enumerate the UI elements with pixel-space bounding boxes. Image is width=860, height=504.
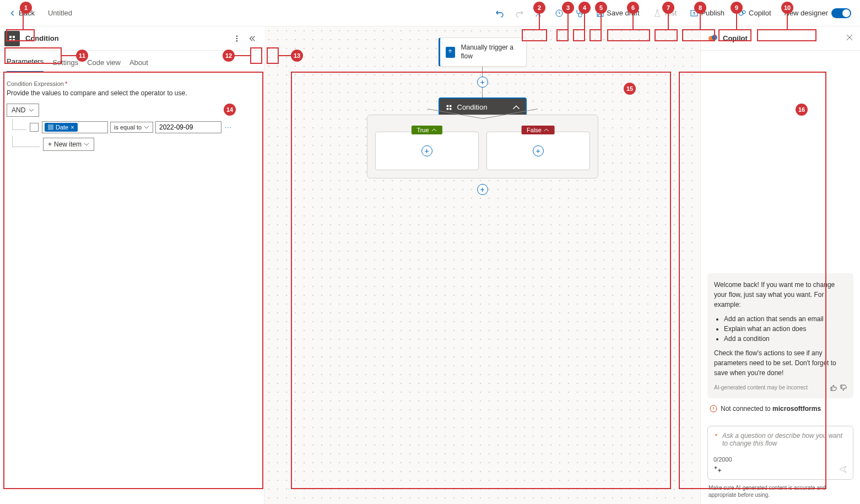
trigger-icon (446, 47, 456, 58)
thumbs-up-icon[interactable] (830, 384, 837, 391)
annotation-marker: 4 (578, 2, 591, 14)
add-false-action-button[interactable]: + (533, 145, 544, 156)
collapse-panel-button[interactable] (245, 31, 260, 46)
new-item-label: New item (54, 140, 82, 148)
annotation-marker: 5 (595, 2, 607, 14)
left-operand-input[interactable]: Date× (42, 121, 108, 133)
step-name: Condition (25, 34, 59, 42)
annotation-marker: 13 (291, 50, 303, 62)
tab-code-view[interactable]: Code view (87, 53, 121, 72)
copilot-body: Welcome back! If you want me to change y… (701, 51, 860, 426)
annotation-marker: 11 (76, 50, 88, 62)
plus-icon: + (48, 140, 52, 148)
chevron-down-icon (84, 142, 89, 147)
trigger-node[interactable]: Manually trigger a flow (439, 37, 527, 67)
annotation-marker: 3 (562, 2, 574, 14)
add-step-button[interactable]: + (477, 77, 488, 88)
trigger-label: Manually trigger a flow (461, 44, 520, 61)
annotation-marker: 10 (781, 2, 793, 14)
remove-token-icon[interactable]: × (71, 124, 74, 131)
tab-parameters[interactable]: Parameters (7, 52, 44, 72)
thumbs-down-icon[interactable] (840, 384, 847, 391)
annotation-marker: 7 (662, 2, 674, 14)
new-item-button[interactable]: + New item (43, 138, 94, 151)
chevron-down-icon (144, 124, 149, 130)
chevron-up-icon[interactable] (512, 104, 520, 111)
copilot-close-button[interactable] (846, 34, 853, 43)
undo-button[interactable] (492, 6, 507, 21)
warning-icon (710, 405, 717, 413)
condition-icon (445, 104, 453, 111)
copilot-example-item: Add an action that sends an email (724, 314, 847, 324)
annotation-marker: 14 (224, 104, 236, 116)
copilot-logo-icon (707, 33, 718, 44)
condition-expression-description: Provide the values to compare and select… (7, 89, 257, 97)
right-operand-input[interactable] (155, 121, 221, 133)
arrow-left-icon (9, 9, 17, 17)
copilot-input-box[interactable]: Ask a question or describe how you want … (707, 426, 853, 480)
annotation-marker: 15 (624, 83, 636, 95)
condition-expression-label: Condition Expression* (7, 80, 257, 87)
copilot-char-count: 0/2000 (713, 456, 847, 463)
true-branch-label: True (411, 126, 442, 134)
svg-point-8 (236, 40, 237, 41)
token-icon (48, 124, 53, 130)
row-more-button[interactable]: ··· (225, 123, 232, 131)
group-operator-value: AND (12, 106, 25, 114)
condition-step-icon (4, 31, 20, 46)
copilot-examples-list: Add an action that sends an email Explai… (724, 314, 847, 344)
publish-button[interactable]: Publish (685, 6, 729, 21)
annotation-marker: 12 (223, 50, 235, 62)
step-more-menu-button[interactable] (229, 31, 245, 46)
annotation-marker: 1 (20, 2, 32, 14)
sparkle-small-icon[interactable] (713, 465, 722, 474)
tree-connector-icon (12, 119, 26, 130)
svg-rect-9 (48, 124, 53, 130)
copilot-example-item: Explain what an action does (724, 324, 847, 334)
svg-point-6 (236, 35, 237, 36)
redo-button[interactable] (512, 6, 527, 21)
copilot-input-placeholder: Ask a question or describe how you want … (722, 432, 847, 447)
toggle-switch-icon (831, 8, 851, 18)
chevron-double-left-icon (248, 35, 256, 42)
add-true-action-button[interactable]: + (421, 145, 432, 156)
left-panel: Condition Parameters Settings Code view … (0, 26, 264, 504)
condition-node-label: Condition (457, 103, 488, 111)
annotation-marker: 8 (694, 2, 706, 14)
group-operator-select[interactable]: AND (7, 104, 39, 117)
add-step-after-button[interactable]: + (477, 184, 488, 195)
copilot-welcome-intro: Welcome back! If you want me to change y… (714, 280, 847, 310)
copilot-welcome-message: Welcome back! If you want me to change y… (707, 273, 853, 398)
new-item-row: + New item (7, 138, 257, 151)
true-branch[interactable]: True + (375, 132, 479, 170)
svg-point-11 (712, 35, 717, 40)
send-icon[interactable] (839, 465, 847, 474)
dynamic-token-date[interactable]: Date× (45, 123, 78, 132)
false-branch-label: False (521, 126, 555, 134)
svg-point-7 (236, 37, 237, 39)
designer-canvas[interactable]: Manually trigger a flow + Condition True… (264, 26, 700, 504)
condition-branches: True + False + (367, 115, 598, 178)
copilot-welcome-outro: Check the flow's actions to see if any p… (714, 348, 847, 378)
tab-about[interactable]: About (129, 53, 148, 72)
operator-value: is equal to (114, 124, 142, 131)
annotation-marker: 6 (627, 2, 639, 14)
annotation-marker: 9 (731, 2, 743, 14)
flow-title[interactable]: Untitled (48, 9, 72, 17)
operator-select[interactable]: is equal to (110, 122, 153, 133)
flask-icon (653, 9, 662, 18)
close-icon (846, 34, 853, 41)
copilot-example-item: Add a condition (724, 334, 847, 344)
annotation-marker: 16 (796, 104, 808, 116)
copilot-panel: Copilot Welcome back! If you want me to … (700, 26, 860, 504)
undo-icon (495, 9, 504, 18)
copilot-disclaimer: Make sure AI-generated content is accura… (701, 484, 860, 504)
chevron-up-icon (544, 127, 549, 133)
row-checkbox[interactable] (30, 123, 39, 132)
chevron-down-icon (29, 107, 34, 113)
connection-warning: Not connected to microsoftforms (710, 405, 851, 413)
false-branch[interactable]: False + (486, 132, 590, 170)
copilot-header: Copilot (701, 26, 860, 51)
sparkle-icon (713, 432, 719, 440)
redo-icon (515, 9, 524, 18)
